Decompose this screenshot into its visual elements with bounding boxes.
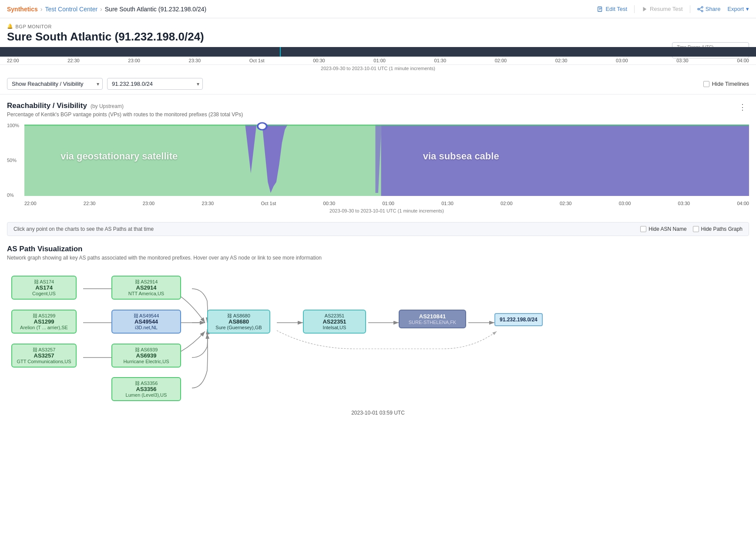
svg-rect-9 (24, 125, 749, 126)
node-AS1299[interactable]: ⛓ AS1299 AS1299 Arelion (T ... arrier),S… (11, 310, 77, 334)
current-page-label: Sure South Atlantic (91.232.198.0/24) (105, 6, 207, 13)
svg-point-2 (701, 6, 703, 8)
section-header: Reachability / Visibility (by Upstream) … (7, 101, 749, 118)
info-actions: Hide ASN Name Hide Paths Graph (640, 226, 743, 232)
svg-marker-1 (643, 7, 647, 11)
node-AS210841[interactable]: AS210841 SURE-STHELENA,FK (399, 310, 466, 328)
edit-icon (597, 6, 603, 12)
timeline-cursor (280, 47, 281, 57)
hide-paths-checkbox[interactable] (693, 226, 699, 232)
reachability-chart[interactable]: 100% 50% 0% (7, 121, 749, 217)
node-AS3356[interactable]: ⛓ AS3356 AS3356 Lumen (Level3),US (111, 377, 181, 401)
export-button[interactable]: Export ▾ (727, 6, 749, 12)
play-icon (642, 6, 648, 12)
edit-test-button[interactable]: Edit Test (597, 6, 627, 12)
info-text: Click any point on the charts to see the… (13, 226, 154, 232)
as-path-description: Network graph showing all key AS paths a… (7, 255, 749, 261)
section-description: Percentage of Kentik's BGP vantage point… (7, 111, 243, 118)
page-header: 🔔 BGP MONITOR Sure South Atlantic (91.23… (0, 18, 756, 47)
hide-timelines-toggle[interactable]: Hide Timelines (703, 81, 749, 87)
prefix-select-wrapper: 91.232.198.0/24 (107, 78, 203, 90)
bell-icon: 🔔 (7, 24, 13, 29)
node-AS174[interactable]: ⛓ AS174 AS174 Cogent,US (11, 276, 77, 300)
timeline-sublabel: 2023-09-30 to 2023-10-01 UTC (1 minute i… (0, 65, 756, 74)
hide-timelines-checkbox[interactable] (703, 81, 709, 87)
filter-select-wrapper: Show Reachability / Visibility (7, 78, 103, 90)
section-title: Reachability / Visibility (by Upstream) (7, 101, 243, 110)
as-path-section: AS Path Visualization Network graph show… (0, 241, 756, 419)
resume-test-button[interactable]: Resume Test (642, 6, 683, 12)
monitor-type-label: 🔔 BGP MONITOR (7, 24, 749, 29)
timeline-x-labels: 22:0022:3023:0023:30Oct 1st00:3001:0001:… (0, 57, 756, 65)
top-nav: Synthetics › Test Control Center › Sure … (0, 0, 756, 18)
test-control-center-link[interactable]: Test Control Center (45, 6, 97, 13)
hide-asn-name-toggle[interactable]: Hide ASN Name (640, 226, 686, 232)
y-axis-labels: 100% 50% 0% (7, 121, 24, 199)
node-AS49544[interactable]: ⛓ AS49544 AS49544 i3D.net,NL (111, 310, 181, 334)
hide-paths-graph-toggle[interactable]: Hide Paths Graph (693, 226, 743, 232)
chart-svg (24, 121, 749, 199)
node-AS2914[interactable]: ⛓ AS2914 AS2914 NTT America,US (111, 276, 181, 300)
chevron-down-icon: ▾ (746, 6, 749, 12)
as-path-graph: ⛓ AS174 AS174 Cogent,US ⛓ AS1299 AS1299 … (7, 266, 749, 414)
chart-area[interactable]: via geostationary satellite via subsea c… (24, 121, 749, 199)
reachability-section: Reachability / Visibility (by Upstream) … (0, 94, 756, 217)
node-AS6939[interactable]: ⛓ AS6939 AS6939 Hurricane Electric,US (111, 344, 181, 368)
node-AS8680[interactable]: ⛓ AS8680 AS8680 Sure (Guernesey),GB (207, 310, 270, 334)
nav-actions: Edit Test Resume Test Share Export ▾ (597, 5, 749, 13)
controls-row: Show Reachability / Visibility 91.232.19… (0, 74, 756, 94)
node-AS22351[interactable]: AS22351 AS22351 Intelsat,US (303, 310, 366, 334)
synthetics-link[interactable]: Synthetics (7, 6, 38, 13)
node-prefix[interactable]: 91.232.198.0/24 (494, 313, 543, 326)
node-AS3257[interactable]: ⛓ AS3257 AS3257 GTT Communications,US (11, 344, 77, 368)
svg-rect-6 (381, 125, 749, 196)
as-path-title: AS Path Visualization (7, 245, 749, 253)
hide-asn-checkbox[interactable] (640, 226, 646, 232)
svg-point-4 (701, 10, 703, 12)
svg-point-10 (258, 123, 267, 130)
more-options-button[interactable]: ⋮ (736, 101, 749, 113)
info-bar: Click any point on the charts to see the… (7, 222, 749, 236)
chart-sublabel: 2023-09-30 to 2023-10-01 UTC (1 minute i… (24, 207, 749, 217)
breadcrumb: Synthetics › Test Control Center › Sure … (7, 6, 206, 13)
chart-x-labels: 22:0022:3023:0023:30Oct 1st00:3001:0001:… (24, 199, 749, 207)
filter-select[interactable]: Show Reachability / Visibility (7, 78, 103, 90)
svg-rect-0 (598, 7, 602, 11)
page-title: Sure South Atlantic (91.232.198.0/24) (7, 30, 749, 44)
share-button[interactable]: Share (697, 6, 721, 12)
svg-point-3 (698, 8, 699, 10)
prefix-select[interactable]: 91.232.198.0/24 (107, 78, 203, 90)
share-icon (697, 6, 703, 12)
timeline-bar[interactable] (0, 47, 756, 57)
